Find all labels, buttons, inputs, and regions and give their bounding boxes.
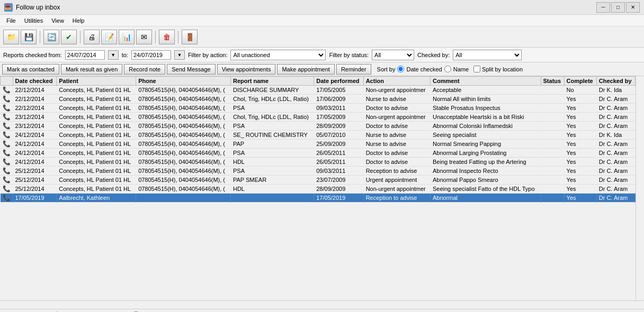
to-date-input[interactable] bbox=[131, 50, 171, 60]
col-icon[interactable] bbox=[1, 77, 13, 86]
table-row[interactable]: 📞23/12/2014Concepts, HL Patient 01 HL078… bbox=[1, 122, 636, 131]
from-date-input[interactable] bbox=[65, 50, 105, 60]
window-controls: ─ □ ✕ bbox=[596, 2, 640, 13]
toolbar-separator-4 bbox=[178, 31, 178, 43]
note-btn[interactable]: 📝 bbox=[101, 30, 117, 44]
filter-action-label: Filter by action: bbox=[188, 52, 228, 58]
to-date-picker-btn[interactable]: ▼ bbox=[174, 50, 185, 60]
table-row[interactable]: 📞24/12/2014Concepts, HL Patient 01 HL078… bbox=[1, 149, 636, 158]
exit-btn[interactable]: 🚪 bbox=[182, 30, 198, 44]
table-row[interactable]: 📞25/12/2014Concepts, HL Patient 01 HL078… bbox=[1, 176, 636, 185]
table-row[interactable]: 📞25/12/2014Concepts, HL Patient 01 HL078… bbox=[1, 185, 636, 194]
table-row[interactable]: 📞22/12/2014Concepts, HL Patient 01 HL078… bbox=[1, 95, 636, 104]
table-row[interactable]: 📞22/12/2014Concepts, HL Patient 01 HL078… bbox=[1, 104, 636, 113]
phone-row-icon: 📞 bbox=[3, 176, 11, 183]
phone-row-icon: 📞 bbox=[3, 95, 11, 103]
main-content: Date checked Patient Phone Report name D… bbox=[0, 76, 644, 300]
report-btn[interactable]: 📊 bbox=[119, 30, 135, 44]
toolbar-separator-2 bbox=[80, 31, 80, 43]
phone-row-icon: 📞 bbox=[3, 149, 11, 157]
phone-row-icon: 📞 bbox=[3, 122, 11, 130]
toolbar-separator-3 bbox=[155, 31, 156, 43]
letter-btn[interactable]: ✉ bbox=[136, 30, 152, 44]
col-complete[interactable]: Complete bbox=[564, 77, 596, 86]
check-btn[interactable]: ✔ bbox=[61, 30, 77, 44]
reminder-button[interactable]: Reminder bbox=[336, 64, 371, 75]
split-location-label: Split by location bbox=[482, 66, 523, 72]
col-checked-by[interactable]: Checked by bbox=[596, 77, 635, 86]
filter-status-select[interactable]: All Actioned Unactioned bbox=[372, 50, 414, 60]
table-row[interactable]: 📞24/12/2014Concepts, HL Patient 01 HL078… bbox=[1, 131, 636, 140]
table-row[interactable]: 📞24/12/2014Concepts, HL Patient 01 HL078… bbox=[1, 158, 636, 167]
view-appointments-button[interactable]: View appointments bbox=[217, 64, 276, 75]
print-btn[interactable]: 🖨 bbox=[84, 30, 100, 44]
make-appointment-button[interactable]: Make appointment bbox=[277, 64, 335, 75]
table-header-row: Date checked Patient Phone Report name D… bbox=[1, 77, 636, 86]
col-phone[interactable]: Phone bbox=[136, 77, 231, 86]
col-patient[interactable]: Patient bbox=[57, 77, 136, 86]
menu-view[interactable]: View bbox=[47, 16, 68, 25]
checked-by-label: Checked by: bbox=[417, 52, 450, 58]
filter-bar: Reports checked from: ▼ to: ▼ Filter by … bbox=[0, 48, 644, 62]
table-row[interactable]: 📞25/12/2014Concepts, HL Patient 01 HL078… bbox=[1, 167, 636, 176]
sort-date-label: Date checked bbox=[406, 66, 442, 72]
phone-row-icon: 📞 bbox=[3, 185, 11, 192]
split-location-group: Split by location bbox=[473, 66, 523, 72]
table-wrapper[interactable]: Date checked Patient Phone Report name D… bbox=[0, 76, 636, 300]
filter-action-select[interactable]: All unactioned All Doctor to advise Nurs… bbox=[230, 50, 326, 60]
close-button[interactable]: ✕ bbox=[626, 2, 640, 13]
phone-row-icon: 📞 bbox=[3, 167, 11, 175]
col-report-name[interactable]: Report name bbox=[230, 77, 314, 86]
action-bar: Mark as contacted Mark result as given R… bbox=[0, 62, 644, 76]
to-label: to: bbox=[122, 52, 128, 58]
menu-utilities[interactable]: Utilities bbox=[20, 16, 47, 25]
from-date-picker-btn[interactable]: ▼ bbox=[108, 50, 119, 60]
filter-status-label: Filter by status: bbox=[329, 52, 369, 58]
phone-row-icon: 📞 bbox=[3, 158, 11, 166]
table-row[interactable]: 📞23/12/2014Concepts, HL Patient 01 HL078… bbox=[1, 113, 636, 122]
col-date-performed[interactable]: Date performed bbox=[314, 77, 363, 86]
toolbar-separator-1 bbox=[40, 31, 40, 43]
table-row[interactable]: 📞24/12/2014Concepts, HL Patient 01 HL078… bbox=[1, 140, 636, 149]
col-comment[interactable]: Comment bbox=[430, 77, 541, 86]
sort-by-group: Sort by Date checked Name bbox=[377, 66, 469, 72]
app-icon: 📥 bbox=[4, 3, 13, 12]
col-action[interactable]: Action bbox=[363, 77, 430, 86]
maximize-button[interactable]: □ bbox=[611, 2, 625, 13]
menu-file[interactable]: File bbox=[2, 16, 20, 25]
phone-row-icon: 📞 bbox=[3, 140, 11, 148]
table-row[interactable]: 📞17/05/2019Aalbrecht, Kathleen17/05/2019… bbox=[1, 194, 636, 203]
menu-help[interactable]: Help bbox=[68, 16, 89, 25]
save-btn[interactable]: 💾 bbox=[21, 30, 37, 44]
phone-row-icon: 📞 bbox=[3, 113, 11, 121]
mark-result-button[interactable]: Mark result as given bbox=[61, 64, 122, 75]
title-bar: 📥 Follow up inbox ─ □ ✕ bbox=[0, 0, 644, 15]
split-location-checkbox[interactable] bbox=[473, 66, 480, 72]
reports-from-label: Reports checked from: bbox=[3, 52, 62, 58]
phone-row-icon: 📞 bbox=[3, 86, 11, 94]
sort-date-radio[interactable] bbox=[397, 66, 404, 72]
results-table: Date checked Patient Phone Report name D… bbox=[0, 76, 636, 203]
sort-name-radio[interactable] bbox=[444, 66, 451, 72]
minimize-button[interactable]: ─ bbox=[596, 2, 610, 13]
menu-bar: File Utilities View Help bbox=[0, 15, 644, 26]
vertical-scrollbar[interactable] bbox=[636, 76, 644, 300]
col-status[interactable]: Status bbox=[541, 77, 564, 86]
mark-contacted-button[interactable]: Mark as contacted bbox=[2, 64, 59, 75]
sort-name-label: Name bbox=[453, 66, 469, 72]
sort-by-label: Sort by bbox=[377, 66, 396, 72]
refresh-btn[interactable]: 🔄 bbox=[43, 30, 59, 44]
col-date-checked[interactable]: Date checked bbox=[13, 77, 57, 86]
table-row[interactable]: 📞22/12/2014Concepts, HL Patient 01 HL078… bbox=[1, 86, 636, 95]
toolbar: 📁 💾 🔄 ✔ 🖨 📝 📊 ✉ 🗑 🚪 bbox=[0, 26, 644, 48]
window-title: Follow up inbox bbox=[16, 4, 596, 11]
delete-btn[interactable]: 🗑 bbox=[159, 30, 175, 44]
open-folder-btn[interactable]: 📁 bbox=[3, 30, 19, 44]
horizontal-scrollbar[interactable] bbox=[0, 300, 644, 309]
record-note-button[interactable]: Record note bbox=[124, 64, 165, 75]
phone-row-icon: 📞 bbox=[3, 194, 11, 201]
send-message-button[interactable]: Send Message bbox=[167, 64, 215, 75]
phone-row-icon: 📞 bbox=[3, 131, 11, 139]
checked-by-select[interactable]: All Dr K. Ida Dr C. Aram bbox=[453, 50, 522, 60]
phone-row-icon: 📞 bbox=[3, 104, 11, 112]
